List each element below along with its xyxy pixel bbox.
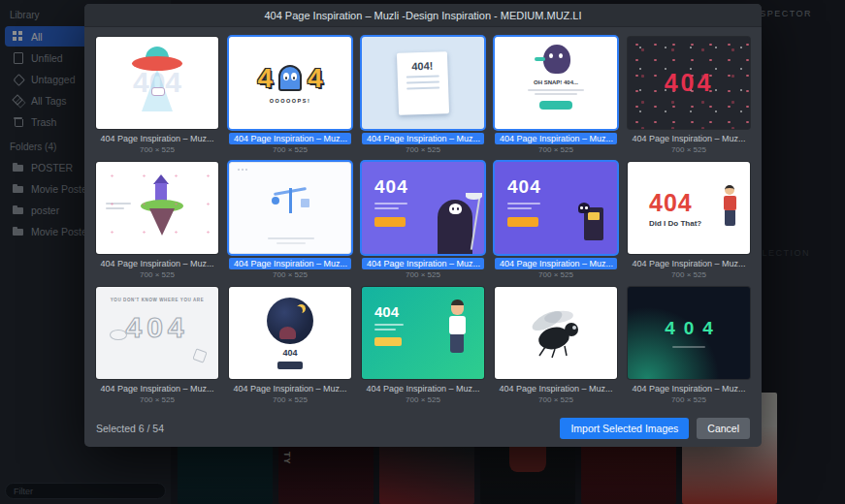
- image-grid-item[interactable]: 404 Page Inspiration – Muz... 700 × 525: [96, 162, 218, 279]
- image-caption: 404 Page Inspiration – Muz...: [495, 383, 616, 394]
- thumbnail-ufo-404[interactable]: 404: [96, 37, 218, 129]
- decor-line: [276, 242, 306, 244]
- ufo-icon: [132, 56, 182, 71]
- image-dimensions: 700 × 525: [671, 145, 706, 154]
- image-grid-item[interactable]: 404! 404 Page Inspiration – Muz... 700 ×…: [362, 37, 484, 154]
- decor-line: [535, 93, 577, 95]
- image-dimensions: 700 × 525: [273, 270, 308, 279]
- image-grid-item[interactable]: 404 Page Inspiration – Muz... 700 × 525: [495, 287, 617, 404]
- image-dimensions: 700 × 525: [406, 145, 440, 154]
- image-grid: 404 404 Page Inspiration – Muz... 700 × …: [84, 27, 762, 410]
- orange-button-shape: [507, 217, 538, 227]
- decor-line: [406, 80, 439, 83]
- thumb-subtitle-text: Did I Do That?: [649, 219, 701, 228]
- castle-icon: [155, 183, 167, 203]
- decor-line: [374, 324, 404, 326]
- image-caption: 404 Page Inspiration – Muz...: [362, 133, 484, 144]
- image-caption: 404 Page Inspiration – Muz...: [229, 383, 350, 394]
- thumbnail-purple-404[interactable]: 404: [495, 162, 617, 254]
- image-dimensions: 700 × 525: [140, 145, 175, 154]
- orange-button-shape: [374, 217, 406, 227]
- thumbnail-oh-snap-404[interactable]: OH SNAP! 404...: [495, 37, 617, 129]
- character-legs: [450, 334, 464, 353]
- oh-snap-copy: OH SNAP! 404...: [495, 79, 617, 110]
- scythe-icon: [466, 193, 482, 200]
- image-caption: 404 Page Inspiration – Muz...: [96, 133, 217, 144]
- thumb-headline-text: OH SNAP! 404...: [534, 79, 578, 85]
- decor-line: [507, 203, 540, 205]
- image-grid-item[interactable]: 404 404 Page Inspiration – Muz... 700 × …: [628, 287, 750, 404]
- thumb-404-text: 404: [649, 189, 693, 217]
- image-dimensions: 700 × 525: [406, 270, 440, 279]
- decor-line: [672, 346, 705, 348]
- thumb-404-text: 404: [507, 176, 617, 198]
- thumb-oops-text: OOOOOPS!: [270, 98, 311, 104]
- image-grid-item[interactable]: 404 404 Page Inspiration – Muz... 700 × …: [362, 287, 484, 404]
- paper-note: 404!: [397, 51, 449, 115]
- ghost-blob-icon: [543, 45, 570, 74]
- image-dimensions: 700 × 525: [140, 395, 175, 404]
- thumb-404-text: 404: [665, 69, 714, 97]
- image-grid-item[interactable]: 404 404 Page Inspiration – Muz... 700 × …: [229, 287, 351, 404]
- image-caption: 404 Page Inspiration – Muz...: [229, 133, 351, 144]
- image-dimensions: 700 × 525: [406, 395, 440, 404]
- image-caption: 404 Page Inspiration – Muz...: [628, 133, 749, 144]
- dark-button-shape: [277, 362, 303, 369]
- character-body: [724, 196, 736, 210]
- cancel-button[interactable]: Cancel: [697, 418, 750, 439]
- image-dimensions: 700 × 525: [273, 145, 308, 154]
- cow-icon: [151, 87, 165, 96]
- image-caption: 404 Page Inspiration – Muz...: [362, 258, 484, 269]
- image-dimensions: 700 × 525: [140, 270, 175, 279]
- decor-line: [374, 329, 396, 331]
- character-icon: [722, 185, 737, 232]
- fly-icon: [520, 303, 592, 363]
- character-legs: [725, 210, 735, 226]
- selected-count-text: Selected 6 / 54: [96, 423, 552, 434]
- decor-shape: [272, 197, 279, 205]
- thumbnail-dark-gradient-404[interactable]: 404: [628, 287, 750, 379]
- image-grid-item[interactable]: 404 404 Page Inspiration – Muz... 700 × …: [362, 162, 484, 279]
- thumbnail-minimal-scene[interactable]: [229, 162, 351, 254]
- man-character-icon: [446, 299, 468, 367]
- yellow-button-shape: [374, 337, 402, 346]
- image-grid-item[interactable]: 4 4 OOOOOPS! 404 Page Inspiration – Muz.…: [229, 37, 351, 154]
- thumbnail-fly[interactable]: [495, 287, 617, 379]
- thumbnail-moon-404[interactable]: 404: [229, 287, 351, 379]
- thumbnail-ghost-404[interactable]: 4 4 OOOOOPS!: [229, 37, 351, 129]
- character-head: [451, 305, 464, 315]
- app-window: Library All Unfiled Untagged All Tags Tr…: [0, 0, 845, 504]
- thumbnail-paper-404[interactable]: 404!: [362, 37, 484, 129]
- thumbnail-sketch-404[interactable]: YOU DON'T KNOW WHERE YOU ARE 404: [96, 287, 218, 379]
- image-grid-item[interactable]: OH SNAP! 404... 404 Page Inspiration – M…: [495, 37, 617, 154]
- image-caption: 404 Page Inspiration – Muz...: [96, 258, 217, 269]
- thumbnail-teal-404[interactable]: 404: [362, 287, 484, 379]
- image-caption: 404 Page Inspiration – Muz...: [495, 133, 617, 144]
- thumb-4-text: 4: [308, 63, 323, 94]
- blue-scene-illustration: [272, 186, 310, 215]
- character-head: [725, 185, 734, 195]
- image-caption: 404 Page Inspiration – Muz...: [628, 258, 749, 269]
- image-grid-item[interactable]: 404 404 Page Inspiration – Muz... 700 × …: [96, 37, 218, 154]
- thumbnail-dark-floral-404[interactable]: 404: [628, 37, 750, 129]
- image-caption: 404 Page Inspiration – Muz...: [628, 383, 749, 394]
- image-grid-item[interactable]: YOU DON'T KNOW WHERE YOU ARE 404 404 Pag…: [96, 287, 218, 404]
- import-selected-button[interactable]: Import Selected Images: [560, 418, 689, 439]
- decor-shape: [289, 188, 292, 213]
- decor-line: [268, 237, 314, 239]
- thumb-404-text: 404: [282, 348, 297, 358]
- thumb-top-text: YOU DON'T KNOW WHERE YOU ARE: [111, 298, 205, 302]
- image-grid-item[interactable]: 404 Did I Do That? 404 Page Inspiration …: [628, 162, 750, 279]
- thumb-4-text: 4: [257, 63, 273, 94]
- thumbnail-reaper-404[interactable]: 404: [362, 162, 484, 254]
- dialog-footer: Selected 6 / 54 Import Selected Images C…: [84, 410, 762, 447]
- image-grid-item[interactable]: 404 404 Page Inspiration – Muz... 700 × …: [628, 37, 750, 154]
- thumbnail-did-i-do-that[interactable]: 404 Did I Do That?: [628, 162, 750, 254]
- image-grid-item[interactable]: 404 Page Inspiration – Muz... 700 × 525: [229, 162, 351, 279]
- image-grid-item[interactable]: 404 404 Page Inspiration – Muz... 700 × …: [495, 162, 617, 279]
- decor-line: [106, 203, 131, 205]
- decor-line: [406, 75, 439, 78]
- image-dimensions: 700 × 525: [671, 395, 706, 404]
- thumbnail-island-castle[interactable]: [96, 162, 218, 254]
- decor-line: [406, 86, 439, 89]
